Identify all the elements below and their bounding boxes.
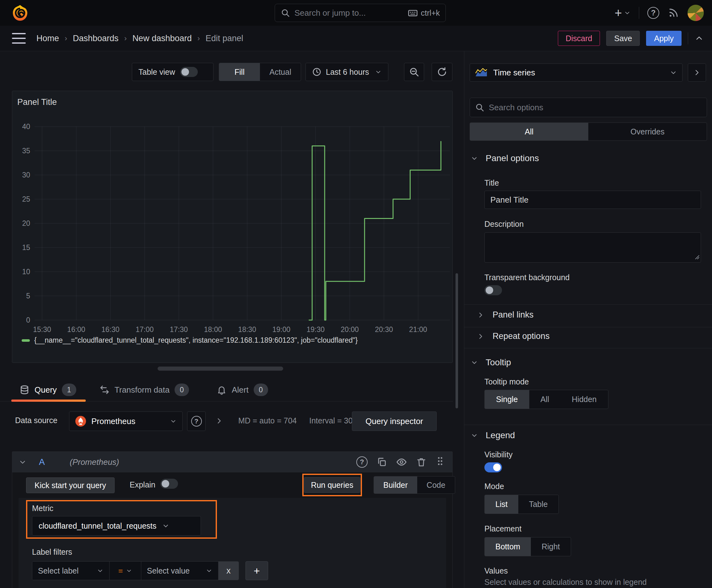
visualization-picker[interactable]: Time series xyxy=(470,63,683,82)
new-menu-button[interactable]: + xyxy=(615,6,631,19)
options-search-input[interactable] xyxy=(489,103,702,112)
query-options-stats[interactable]: MD = auto = 704 xyxy=(238,416,297,425)
tab-transform-data[interactable]: Transform data 0 xyxy=(90,378,198,401)
description-textarea[interactable] xyxy=(484,232,701,262)
time-range-label: Last 6 hours xyxy=(326,67,370,77)
placement-bottom-option[interactable]: Bottom xyxy=(485,538,531,556)
select-value-dropdown[interactable]: Select value xyxy=(141,562,218,580)
operator-dropdown[interactable]: = xyxy=(110,562,141,580)
run-queries-button[interactable]: Run queries xyxy=(304,477,361,493)
query-ref-id: A xyxy=(39,457,45,467)
chevron-down-icon xyxy=(97,567,104,574)
duplicate-query-icon[interactable] xyxy=(376,457,387,467)
divider xyxy=(464,327,712,327)
legend-table-option[interactable]: Table xyxy=(518,495,559,513)
query-options-interval[interactable]: Interval = 30s xyxy=(309,416,357,425)
apply-button[interactable]: Apply xyxy=(646,31,682,46)
repeat-options-section[interactable]: Repeat options xyxy=(477,331,550,341)
datasource-picker[interactable]: Prometheus xyxy=(69,412,183,431)
news-icon[interactable] xyxy=(667,7,679,19)
tab-all[interactable]: All xyxy=(470,123,588,141)
global-search[interactable]: ctrl+k xyxy=(275,4,446,22)
grafana-logo-icon[interactable] xyxy=(11,4,29,22)
svg-text:19:00: 19:00 xyxy=(273,326,291,333)
explain-label: Explain xyxy=(130,480,155,489)
fit-mode-group: Fill Actual xyxy=(219,63,301,81)
datasource-help-button[interactable]: ? xyxy=(187,412,206,431)
scrollbar-thumb[interactable] xyxy=(455,273,458,408)
panel-resize-handle[interactable] xyxy=(157,366,283,371)
search-input[interactable] xyxy=(295,8,404,18)
breadcrumb-new-dashboard[interactable]: New dashboard xyxy=(132,34,192,43)
zoom-out-button[interactable] xyxy=(404,63,424,81)
search-icon xyxy=(281,8,290,18)
chevron-right-icon[interactable] xyxy=(215,417,223,425)
label-filter-row: Select label = Select value x xyxy=(32,561,239,580)
tab-query[interactable]: Query 1 xyxy=(11,378,86,401)
actual-option[interactable]: Actual xyxy=(260,63,301,81)
panel-options-section[interactable]: Panel options xyxy=(471,153,539,163)
query-builder: Metric cloudflared_tunnel_total_requests… xyxy=(19,498,446,588)
panel-title-input[interactable] xyxy=(484,191,701,209)
query-help-icon[interactable]: ? xyxy=(356,456,368,468)
select-label-dropdown[interactable]: Select label xyxy=(33,562,110,580)
tab-overrides[interactable]: Overrides xyxy=(588,123,707,141)
menu-toggle-icon[interactable] xyxy=(12,33,26,44)
fill-option[interactable]: Fill xyxy=(219,63,260,81)
refresh-button[interactable] xyxy=(432,63,452,81)
builder-option[interactable]: Builder xyxy=(374,477,417,493)
tab-alert[interactable]: Alert 0 xyxy=(207,378,277,401)
collapse-sidebar-button[interactable] xyxy=(688,63,706,82)
legend-list-option[interactable]: List xyxy=(485,495,518,513)
metric-select[interactable]: cloudflared_tunnel_total_requests xyxy=(32,516,201,536)
panel-preview[interactable]: Panel Title 051015202530354015:3016:0016… xyxy=(12,91,453,363)
collapse-query-icon[interactable] xyxy=(19,458,27,466)
save-button[interactable]: Save xyxy=(606,31,640,46)
tooltip-all-option[interactable]: All xyxy=(529,390,561,408)
panel-links-section[interactable]: Panel links xyxy=(477,310,534,320)
tab-query-label: Query xyxy=(35,385,57,395)
legend-visibility-toggle[interactable] xyxy=(484,462,502,472)
svg-text:35: 35 xyxy=(22,147,30,155)
datasource-value: Prometheus xyxy=(91,417,165,426)
discard-button[interactable]: Discard xyxy=(558,31,600,46)
delete-query-icon[interactable] xyxy=(416,457,427,467)
explain-toggle[interactable] xyxy=(160,479,178,489)
collapse-header-icon[interactable] xyxy=(694,34,704,43)
code-option[interactable]: Code xyxy=(417,477,455,493)
kick-start-button[interactable]: Kick start your query xyxy=(26,478,114,493)
user-avatar[interactable] xyxy=(688,5,704,21)
options-search[interactable] xyxy=(470,98,707,117)
table-view-toggle[interactable] xyxy=(180,67,198,77)
hide-query-icon[interactable] xyxy=(396,456,407,468)
chart-legend[interactable]: {__name__="cloudflared_tunnel_total_requ… xyxy=(22,336,358,344)
tooltip-single-option[interactable]: Single xyxy=(485,390,529,408)
breadcrumb-home[interactable]: Home xyxy=(37,34,59,43)
legend-section[interactable]: Legend xyxy=(471,430,515,440)
query-row-header[interactable]: A (Prometheus) ? xyxy=(12,452,452,472)
alert-count-badge: 0 xyxy=(254,383,268,396)
series-label[interactable]: {__name__="cloudflared_tunnel_total_requ… xyxy=(34,336,358,344)
builder-code-group: Builder Code xyxy=(373,476,455,494)
svg-text:40: 40 xyxy=(22,123,30,131)
query-inspector-button[interactable]: Query inspector xyxy=(352,412,437,431)
svg-text:20: 20 xyxy=(22,219,30,227)
metric-label: Metric xyxy=(32,504,53,513)
placement-right-option[interactable]: Right xyxy=(531,538,570,556)
metric-highlight: Metric cloudflared_tunnel_total_requests xyxy=(26,500,217,539)
help-icon[interactable]: ? xyxy=(647,7,659,19)
tooltip-hidden-option[interactable]: Hidden xyxy=(560,390,608,408)
time-range-picker[interactable]: Last 6 hours xyxy=(305,63,388,81)
svg-text:20:00: 20:00 xyxy=(341,326,359,333)
remove-filter-button[interactable]: x xyxy=(218,562,239,580)
editor-tabs: Query 1 Transform data 0 Alert 0 xyxy=(0,378,453,401)
svg-text:20:30: 20:30 xyxy=(375,326,393,333)
breadcrumb-dashboards[interactable]: Dashboards xyxy=(73,34,118,43)
tooltip-section[interactable]: Tooltip xyxy=(471,357,511,368)
transparent-background-toggle[interactable] xyxy=(484,285,502,295)
chevron-down-icon xyxy=(162,522,170,530)
svg-text:18:30: 18:30 xyxy=(238,326,257,333)
breadcrumb-edit-panel: Edit panel xyxy=(206,34,243,43)
add-filter-button[interactable]: + xyxy=(245,561,268,580)
drag-handle-icon[interactable] xyxy=(435,456,445,468)
